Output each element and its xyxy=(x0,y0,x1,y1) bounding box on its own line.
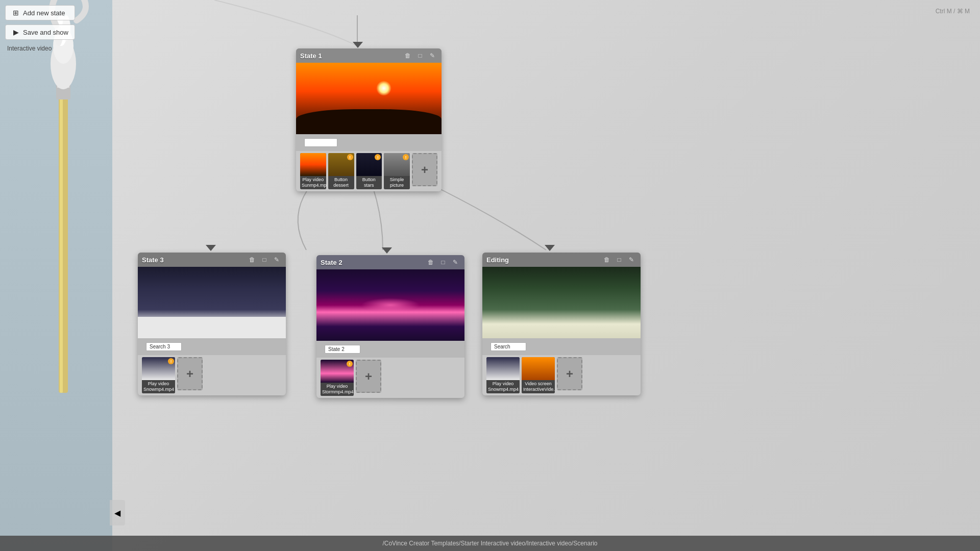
state3-items-row: ! Play videoSnowmp4.mp4 + xyxy=(138,355,286,395)
top-right-info: Ctrl M / ⌘ M xyxy=(936,8,970,15)
state-card-3: State 3 🗑 □ ✎ ! Play videoSnowmp4.mp4 + xyxy=(138,253,286,395)
editing-play-label: Play videoSnowmp4.mp4 xyxy=(486,380,520,393)
state2-item-play-video[interactable]: ! Play videoStormmp4.mp4 xyxy=(321,360,354,396)
state1-add-item-button[interactable]: + xyxy=(412,153,437,186)
state2-name-input[interactable] xyxy=(325,345,360,354)
left-arrow-icon: ◀ xyxy=(114,508,120,518)
state1-item-button-dessert[interactable]: ! Buttondessert xyxy=(328,153,354,189)
editing-title: Editing xyxy=(486,256,509,264)
state3-item-play-video[interactable]: ! Play videoSnowmp4.mp4 xyxy=(142,357,175,393)
state1-input-area xyxy=(296,134,442,151)
button-dessert-label: Buttondessert xyxy=(328,176,354,189)
interactive-video-label: Interactive video xyxy=(5,45,75,52)
arrow-to-state2 xyxy=(382,247,392,254)
state2-items-row: ! Play videoStormmp4.mp4 + xyxy=(316,358,464,398)
add-icon: ⊞ xyxy=(12,9,20,17)
state2-edit-button[interactable]: ✎ xyxy=(450,257,460,267)
play-video-label: Play videoSunmp4.mp4 xyxy=(300,176,326,189)
play-video-thumb xyxy=(300,153,326,176)
toolbar: ⊞ Add new state ▶ Save and show Interact… xyxy=(5,5,75,52)
editing-item-video-screen[interactable]: Video screenInteractiveVide... xyxy=(522,357,555,393)
editing-play-thumb xyxy=(486,357,520,380)
state-card-editing: Editing 🗑 □ ✎ Play videoSnowmp4.mp4 Vide… xyxy=(482,253,641,395)
state1-edit-button[interactable]: ✎ xyxy=(427,51,437,61)
state1-thumbnail-sunset xyxy=(296,63,442,134)
state2-add-icon: + xyxy=(365,369,372,384)
left-panel xyxy=(0,0,112,551)
state1-delete-button[interactable]: 🗑 xyxy=(403,51,413,61)
editing-delete-button[interactable]: 🗑 xyxy=(602,255,612,265)
state2-input-area xyxy=(316,341,464,358)
state3-name-input[interactable] xyxy=(146,342,182,351)
state1-duplicate-button[interactable]: □ xyxy=(415,51,425,61)
state2-delete-button[interactable]: 🗑 xyxy=(426,257,436,267)
state-card-2: State 2 🗑 □ ✎ ! Play videoStormmp4.mp4 + xyxy=(316,255,464,398)
state2-play-label: Play videoStormmp4.mp4 xyxy=(321,383,354,396)
state1-items-row: Play videoSunmp4.mp4 ! Buttondessert ! B… xyxy=(296,151,442,191)
editing-actions: 🗑 □ ✎ xyxy=(602,255,636,265)
save-and-show-label: Save and show xyxy=(23,29,68,36)
state1-item-button-stars[interactable]: ! Button stars xyxy=(356,153,382,189)
state1-item-simple-picture[interactable]: ! Simplepicture xyxy=(384,153,410,189)
state3-title: State 3 xyxy=(142,256,164,264)
state1-thumbnail xyxy=(296,63,442,134)
state2-add-item-button[interactable]: + xyxy=(356,360,381,393)
state1-header: State 1 🗑 □ ✎ xyxy=(296,48,442,63)
state3-thumbnail xyxy=(138,267,286,338)
state2-thumbnail-storm xyxy=(316,269,464,341)
state3-actions: 🗑 □ ✎ xyxy=(247,255,282,265)
editing-header: Editing 🗑 □ ✎ xyxy=(482,253,641,267)
state3-edit-button[interactable]: ✎ xyxy=(272,255,282,265)
state1-add-icon: + xyxy=(421,163,428,177)
state2-badge: ! xyxy=(347,361,353,367)
state2-actions: 🗑 □ ✎ xyxy=(426,257,460,267)
button-dessert-badge: ! xyxy=(347,154,353,160)
add-new-state-label: Add new state xyxy=(23,9,65,17)
editing-name-input[interactable] xyxy=(491,342,526,351)
state3-header: State 3 🗑 □ ✎ xyxy=(138,253,286,267)
simple-picture-label: Simplepicture xyxy=(384,176,410,189)
state3-add-item-button[interactable]: + xyxy=(177,357,203,390)
button-stars-label: Button stars xyxy=(356,176,382,189)
state2-duplicate-button[interactable]: □ xyxy=(438,257,448,267)
state2-header: State 2 🗑 □ ✎ xyxy=(316,255,464,269)
editing-video-screen-thumb xyxy=(522,357,555,380)
editing-thumbnail xyxy=(482,267,641,338)
state-card-1: State 1 🗑 □ ✎ Play videoSunmp4.mp4 ! But xyxy=(296,48,442,191)
save-and-show-button[interactable]: ▶ Save and show xyxy=(5,24,75,40)
state1-name-input[interactable] xyxy=(304,138,337,147)
shortcut-info: Ctrl M / ⌘ M xyxy=(936,8,970,15)
paintbrush-decoration xyxy=(31,0,71,408)
state2-title: State 2 xyxy=(321,259,342,266)
svg-rect-1 xyxy=(60,87,63,393)
editing-add-item-button[interactable]: + xyxy=(557,357,582,390)
editing-item-play-video[interactable]: Play videoSnowmp4.mp4 xyxy=(486,357,520,393)
state3-play-label: Play videoSnowmp4.mp4 xyxy=(142,380,175,393)
editing-video-screen-label: Video screenInteractiveVide... xyxy=(522,380,555,393)
editing-add-icon: + xyxy=(566,367,573,381)
editing-edit-button[interactable]: ✎ xyxy=(626,255,636,265)
state3-badge: ! xyxy=(168,358,174,364)
arrow-to-state3 xyxy=(206,245,216,251)
state1-title: State 1 xyxy=(300,52,322,60)
add-new-state-button[interactable]: ⊞ Add new state xyxy=(5,5,75,20)
left-nav-arrow[interactable]: ◀ xyxy=(110,500,125,525)
bottom-bar: /CoVince Creator Templates/Starter Inter… xyxy=(0,536,980,551)
state1-actions: 🗑 □ ✎ xyxy=(403,51,437,61)
canvas-area: State 1 🗑 □ ✎ Play videoSunmp4.mp4 ! But xyxy=(112,0,980,536)
arrow-to-state1 xyxy=(353,42,363,48)
state2-thumbnail xyxy=(316,269,464,341)
state3-input-area xyxy=(138,338,286,355)
state3-add-icon: + xyxy=(186,367,193,381)
editing-items-row: Play videoSnowmp4.mp4 Video screenIntera… xyxy=(482,355,641,395)
state1-item-play-video[interactable]: Play videoSunmp4.mp4 xyxy=(300,153,326,189)
arrow-to-editing xyxy=(545,245,555,251)
editing-duplicate-button[interactable]: □ xyxy=(614,255,624,265)
state3-thumbnail-snow xyxy=(138,267,286,338)
bottom-path: /CoVince Creator Templates/Starter Inter… xyxy=(382,540,597,547)
editing-input-area xyxy=(482,338,641,355)
play-icon: ▶ xyxy=(12,28,20,36)
state3-delete-button[interactable]: 🗑 xyxy=(247,255,257,265)
simple-picture-badge: ! xyxy=(403,154,409,160)
state3-duplicate-button[interactable]: □ xyxy=(259,255,270,265)
